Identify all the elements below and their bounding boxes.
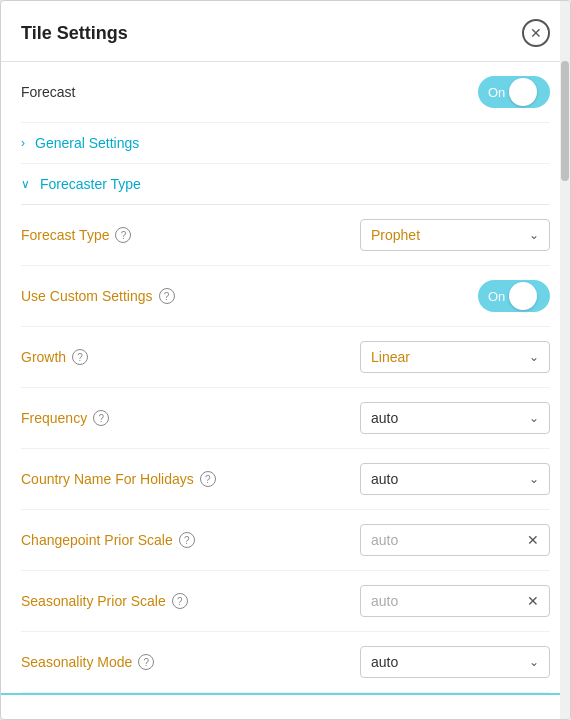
seasonality-prior-placeholder: auto [371,593,398,609]
scrollbar[interactable] [560,1,570,719]
seasonality-mode-select[interactable]: auto ⌄ [360,646,550,678]
growth-row: Growth ? Linear ⌄ [21,327,550,388]
scrollbar-thumb [561,61,569,181]
changepoint-prior-placeholder: auto [371,532,398,548]
forecast-type-value: Prophet [371,227,420,243]
changepoint-prior-label: Changepoint Prior Scale ? [21,532,195,548]
frequency-row: Frequency ? auto ⌄ [21,388,550,449]
seasonality-mode-row: Seasonality Mode ? auto ⌄ [21,632,550,693]
frequency-value: auto [371,410,398,426]
chevron-down-icon: ∨ [21,177,30,191]
frequency-dropdown-icon: ⌄ [529,411,539,425]
use-custom-settings-label: Use Custom Settings ? [21,288,175,304]
changepoint-prior-help-icon[interactable]: ? [179,532,195,548]
toggle-knob [509,78,537,106]
growth-label: Growth ? [21,349,88,365]
use-custom-settings-toggle-label: On [488,289,505,304]
panel-header: Tile Settings ✕ [1,1,570,62]
country-holidays-row: Country Name For Holidays ? auto ⌄ [21,449,550,510]
growth-select[interactable]: Linear ⌄ [360,341,550,373]
forecast-type-label: Forecast Type ? [21,227,131,243]
chevron-right-icon: › [21,136,25,150]
forecast-type-row: Forecast Type ? Prophet ⌄ [21,205,550,266]
growth-help-icon[interactable]: ? [72,349,88,365]
forecast-toggle-label: On [488,85,505,100]
frequency-help-icon[interactable]: ? [93,410,109,426]
seasonality-mode-dropdown-icon: ⌄ [529,655,539,669]
changepoint-prior-input[interactable]: auto ✕ [360,524,550,556]
frequency-label: Frequency ? [21,410,109,426]
panel-title: Tile Settings [21,23,128,44]
country-holidays-select[interactable]: auto ⌄ [360,463,550,495]
country-holidays-label: Country Name For Holidays ? [21,471,216,487]
forecast-type-help-icon[interactable]: ? [115,227,131,243]
growth-value: Linear [371,349,410,365]
seasonality-mode-value: auto [371,654,398,670]
country-holidays-help-icon[interactable]: ? [200,471,216,487]
seasonality-prior-help-icon[interactable]: ? [172,593,188,609]
use-custom-settings-help-icon[interactable]: ? [159,288,175,304]
close-icon: ✕ [530,25,542,41]
forecaster-type-label: Forecaster Type [40,176,141,192]
forecast-type-select[interactable]: Prophet ⌄ [360,219,550,251]
custom-settings-toggle-knob [509,282,537,310]
changepoint-prior-row: Changepoint Prior Scale ? auto ✕ [21,510,550,571]
use-custom-settings-toggle[interactable]: On [478,280,550,312]
seasonality-mode-help-icon[interactable]: ? [138,654,154,670]
forecaster-type-section[interactable]: ∨ Forecaster Type [21,164,550,205]
country-holidays-dropdown-icon: ⌄ [529,472,539,486]
use-custom-settings-row: Use Custom Settings ? On [21,266,550,327]
seasonality-mode-label: Seasonality Mode ? [21,654,154,670]
bottom-divider [1,693,570,695]
seasonality-prior-clear-icon[interactable]: ✕ [527,593,539,609]
forecast-row: Forecast On [21,62,550,123]
panel-body: Forecast On › General Settings ∨ Forecas… [1,62,570,695]
seasonality-prior-row: Seasonality Prior Scale ? auto ✕ [21,571,550,632]
changepoint-prior-clear-icon[interactable]: ✕ [527,532,539,548]
close-button[interactable]: ✕ [522,19,550,47]
growth-dropdown-icon: ⌄ [529,350,539,364]
country-holidays-value: auto [371,471,398,487]
forecast-type-dropdown-icon: ⌄ [529,228,539,242]
seasonality-prior-input[interactable]: auto ✕ [360,585,550,617]
seasonality-prior-label: Seasonality Prior Scale ? [21,593,188,609]
frequency-select[interactable]: auto ⌄ [360,402,550,434]
general-settings-label: General Settings [35,135,139,151]
forecast-label: Forecast [21,84,75,100]
general-settings-section[interactable]: › General Settings [21,123,550,164]
forecast-toggle[interactable]: On [478,76,550,108]
tile-settings-panel: Tile Settings ✕ Forecast On › General Se… [0,0,571,720]
